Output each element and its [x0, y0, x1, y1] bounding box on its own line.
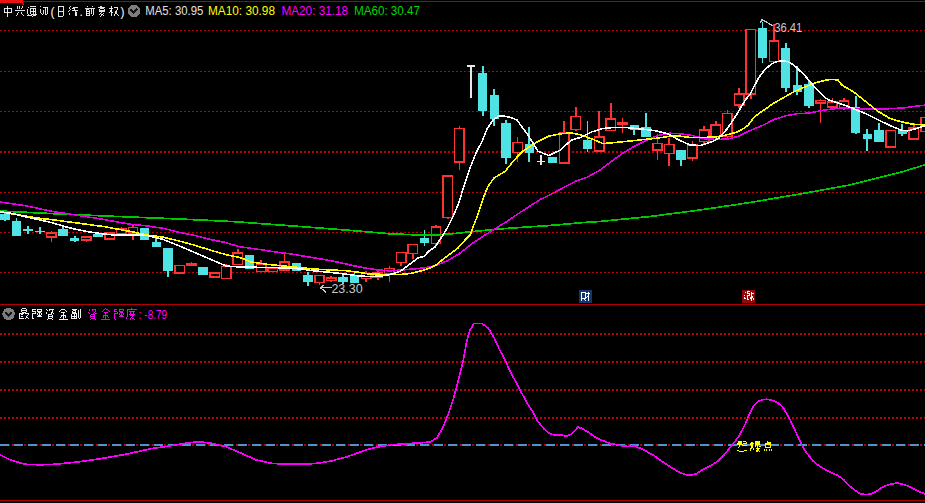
- svg-text:: -8.79: : -8.79: [139, 308, 167, 322]
- svg-text:23.30: 23.30: [331, 282, 362, 296]
- svg-text:): ): [121, 5, 125, 19]
- svg-text:36.41: 36.41: [774, 21, 802, 35]
- svg-text:(: (: [51, 5, 55, 19]
- svg-text:MA5: 30.95: MA5: 30.95: [145, 4, 203, 18]
- svg-text:MA10: 30.98: MA10: 30.98: [208, 4, 275, 18]
- svg-text:MA20: 31.18: MA20: 31.18: [282, 4, 349, 18]
- svg-text:MA60: 30.47: MA60: 30.47: [354, 4, 420, 18]
- svg-text:.: .: [80, 5, 83, 19]
